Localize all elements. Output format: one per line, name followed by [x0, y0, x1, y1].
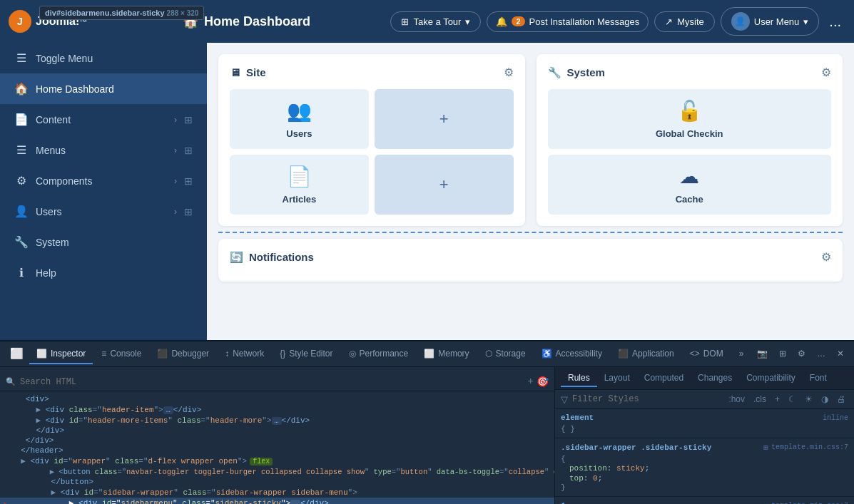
subtab-computed[interactable]: Computed	[637, 370, 691, 387]
system-card: 🔧 System ⚙ 🔓 Global Checkin ☁ Cache	[537, 54, 843, 226]
html-line[interactable]: ▶ <div id="wrapper" class="d-flex wrappe…	[0, 456, 554, 466]
tour-chevron-icon: ▾	[465, 16, 470, 27]
toggle-dark-mode[interactable]: ☾	[786, 393, 799, 406]
cache-item[interactable]: ☁ Cache	[548, 155, 832, 215]
style-prop: position: sticky;	[561, 463, 848, 473]
user-menu-button[interactable]: 👤 User Menu ▾	[721, 7, 820, 36]
style-rule-element: element inline { }	[555, 409, 854, 438]
subtab-fonts[interactable]: Font	[803, 370, 834, 387]
user-menu-label: User Menu	[754, 16, 800, 27]
html-line[interactable]: </header>	[0, 446, 554, 456]
devtools-settings-button[interactable]: ⚙	[793, 346, 810, 363]
tab-storage[interactable]: ⬡ Storage	[478, 344, 533, 364]
tab-memory[interactable]: ⬜ Memory	[417, 344, 476, 364]
hover-toggle[interactable]: :hov	[726, 393, 748, 406]
sidebar-item-system[interactable]: 🔧 System	[0, 227, 207, 257]
html-lines: <div> ▶ <div class="header-item">…</div>…	[0, 391, 554, 504]
global-checkin-item[interactable]: 🔓 Global Checkin	[548, 89, 832, 149]
global-checkin-label: Global Checkin	[656, 128, 723, 139]
tour-label: Take a Tour	[413, 16, 461, 27]
add-site-module-button-2[interactable]: +	[375, 155, 514, 215]
console-label: Console	[110, 349, 141, 359]
devtools-picker-button[interactable]: ⬜	[6, 343, 28, 366]
style-file: inline	[823, 414, 848, 422]
html-line[interactable]: ▶ <div id="sidebar-wrapper" class="sideb…	[0, 487, 554, 498]
subtab-rules[interactable]: Rules	[561, 370, 597, 387]
html-search-input[interactable]	[20, 377, 524, 387]
style-editor-icon: {}	[280, 349, 285, 359]
components-icon: ⚙	[14, 174, 29, 187]
html-line[interactable]: </div>	[0, 426, 554, 436]
system-settings-button[interactable]: ⚙	[821, 66, 831, 79]
tab-dom[interactable]: <> DOM	[683, 344, 731, 364]
tab-accessibility[interactable]: ♿ Accessibility	[534, 344, 609, 364]
notifications-settings-button[interactable]: ⚙	[821, 250, 831, 264]
style-selector: *	[561, 502, 566, 505]
tab-more[interactable]: »	[732, 344, 751, 364]
html-line[interactable]: </button>	[0, 477, 554, 487]
devtools-responsive-button[interactable]: ⊞	[775, 346, 791, 363]
filter-toggles: :hov .cls + ☾ ☀ ◑ 🖨	[726, 393, 848, 406]
tour-button[interactable]: ⊞ Take a Tour ▾	[390, 11, 481, 32]
grid-icon: ⊞	[184, 114, 193, 125]
system-card-items: 🔓 Global Checkin ☁ Cache	[548, 89, 832, 215]
tab-inspector[interactable]: ⬜ Inspector	[29, 344, 93, 364]
inspector-tooltip: div#sidebarmenu.sidebar-sticky 288 × 320	[39, 6, 204, 20]
sidebar-item-label: Help	[36, 267, 193, 279]
articles-card-item[interactable]: 📄 Articles	[230, 155, 369, 215]
site-settings-button[interactable]: ⚙	[504, 66, 514, 79]
html-line[interactable]: </div>	[0, 436, 554, 446]
subtab-layout[interactable]: Layout	[597, 370, 637, 387]
tab-console[interactable]: ≡ Console	[94, 344, 148, 364]
sidebar-item-home-dashboard[interactable]: 🏠 Home Dashboard	[0, 73, 207, 104]
notification-label: Post Installation Messages	[529, 16, 640, 27]
devtools-close-button[interactable]: ✕	[833, 346, 848, 363]
html-line[interactable]: ▶ <div id="header-more-items" class="hea…	[0, 415, 554, 426]
add-style-button[interactable]: +	[772, 393, 783, 406]
sidebar-item-menus[interactable]: ☰ Menus › ⊞	[0, 135, 207, 165]
sidebar-item-content[interactable]: 📄 Content › ⊞	[0, 104, 207, 135]
grid-icon: ⊞	[184, 206, 193, 217]
html-line[interactable]: ▶ <div class="header-item">…</div>	[0, 404, 554, 415]
help-icon: ℹ	[14, 266, 29, 279]
tab-debugger[interactable]: ⬛ Debugger	[150, 344, 216, 364]
more-options-button[interactable]: ...	[825, 9, 845, 34]
toggle-contrast[interactable]: ◑	[818, 393, 831, 406]
system-icon: 🔧	[14, 235, 29, 249]
sidebar-item-toggle-menu[interactable]: ☰ Toggle Menu	[0, 43, 207, 73]
add-site-module-button[interactable]: +	[375, 89, 514, 149]
users-group-icon: 👥	[287, 99, 312, 123]
cls-toggle[interactable]: .cls	[751, 393, 769, 406]
tab-application[interactable]: ⬛ Application	[611, 344, 681, 364]
sidebar-item-label: Components	[36, 175, 167, 187]
users-card-item[interactable]: 👥 Users	[230, 89, 369, 149]
subtab-changes[interactable]: Changes	[691, 370, 739, 387]
cloud-icon: ☁	[679, 165, 699, 188]
sidebar-item-help[interactable]: ℹ Help	[0, 257, 207, 288]
devtools-screenshot-button[interactable]: 📷	[753, 346, 772, 363]
chevron-right-icon: ›	[174, 115, 177, 125]
print-icon[interactable]: 🖨	[834, 393, 848, 406]
toggle-light-mode[interactable]: ☀	[802, 393, 815, 406]
tab-network[interactable]: ↕ Network	[218, 344, 271, 364]
sidebar-item-users[interactable]: 👤 Users › ⊞	[0, 196, 207, 227]
styles-filter-input[interactable]	[572, 394, 721, 404]
notification-count: 2	[512, 16, 524, 26]
pick-node-button[interactable]: 🎯	[537, 376, 549, 388]
html-line[interactable]: ▶ <button class="navbar-toggler toggler-…	[0, 466, 554, 477]
dashboard-grid: 🖥 Site ⚙ 👥 Users + 📄 Articles	[218, 54, 843, 226]
html-line[interactable]: <div>	[0, 394, 554, 404]
subtab-compatibility[interactable]: Compatibility	[739, 370, 803, 387]
sidebar-item-components[interactable]: ⚙ Components › ⊞	[0, 165, 207, 196]
notifications-button[interactable]: 🔔 2 Post Installation Messages	[487, 11, 649, 32]
add-node-button[interactable]: +	[528, 376, 534, 388]
tab-style-editor[interactable]: {} Style Editor	[273, 344, 340, 364]
tab-performance[interactable]: ◎ Performance	[342, 344, 416, 364]
mysite-button[interactable]: ↗ Mysite	[654, 11, 715, 32]
html-line-selected[interactable]: ↘ ▶ <div id="sidebarmenu" class="sidebar…	[0, 498, 554, 504]
style-rule-universal: * ⊞ template.min.css:7 { -webkit-box-siz…	[555, 497, 854, 504]
menus-icon: ☰	[14, 143, 29, 157]
sidebar-item-label: Content	[36, 114, 167, 125]
storage-icon: ⬡	[485, 349, 492, 359]
devtools-overflow-button[interactable]: …	[813, 346, 830, 363]
